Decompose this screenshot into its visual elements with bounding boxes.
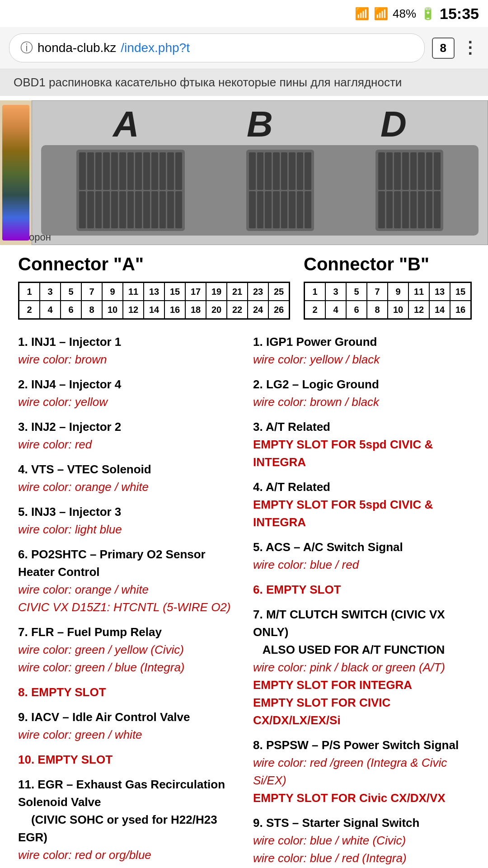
pin-b7: 7. M/T CLUTCH SWITCH (CIVIC VX ONLY) ALS… [253,606,470,729]
pin-b6: 6. EMPTY SLOT [253,581,470,599]
page-content: OBD1 распиновка касательно фтыка некотор… [0,69,488,868]
connector-letter-b: B [247,104,273,145]
tab-count[interactable]: 8 [432,38,455,59]
info-icon: ⓘ [20,39,33,57]
pin-group-a [76,150,185,231]
signal-icon: 📶 [374,7,388,21]
connector-letter-d: D [380,104,407,145]
connectors-row: Connector "A" 135791113151719212325 2468… [0,245,488,333]
pin-b1: 1. IGP1 Power Ground wire color: yellow … [253,333,470,368]
pin-a9: 9. IACV – Idle Air Control Valve wire co… [18,708,235,744]
pin-b9: 9. STS – Starter Signal Switch wire colo… [253,814,470,867]
pin-a8: 8. EMPTY SLOT [18,684,235,701]
pin-a6: 6. PO2SHTC – Primary O2 Sensor Heater Co… [18,546,235,616]
two-col-layout: 1. INJ1 – Injector 1 wire color: brown 2… [18,333,470,868]
connector-a-title: Connector "A" [18,254,290,274]
pin-b3: 3. A/T Related EMPTY SLOT FOR 5spd CIVIC… [253,418,470,471]
connector-photo: A B D [32,100,488,245]
status-icons: 📶 📶 48% 🔋 15:35 [355,5,479,23]
page-banner: OBD1 распиновка касательно фтыка некотор… [0,69,488,96]
side-label: орон [27,230,53,245]
connector-a-section: Connector "A" 135791113151719212325 2468… [18,254,290,329]
url-bar[interactable]: ⓘ honda-club.kz /index.php?t [9,33,425,62]
battery-icon: 🔋 [421,7,435,21]
pin-b2: 2. LG2 – Logic Ground wire color: brown … [253,376,470,411]
pin-a1: 1. INJ1 – Injector 1 wire color: brown [18,333,235,368]
pin-row-even: 2468101214161820222426 [19,301,289,319]
connector-letter-a: A [113,104,139,145]
connector-a-grid: 135791113151719212325 246810121416182022… [18,282,290,320]
wifi-icon: 📶 [355,7,369,21]
pin-a4: 4. VTS – VTEC Solenoid wire color: orang… [18,461,235,496]
url-domain: honda-club.kz [38,41,116,55]
pin-lists: 1. INJ1 – Injector 1 wire color: brown 2… [0,333,488,868]
banner-text: OBD1 распиновка касательно фтыка некотор… [14,75,402,89]
clock: 15:35 [440,5,479,23]
connector-b-title: Connector "B" [304,254,472,274]
pin-b-row-odd: 13579111315 [305,283,471,301]
pin-b8: 8. PSPSW – P/S Power Switch Signal wire … [253,736,470,807]
connector-b-section: Connector "B" 13579111315 246810121416 [304,254,472,329]
pin-a10: 10. EMPTY SLOT [18,751,235,769]
pin-b4: 4. A/T Related EMPTY SLOT FOR 5spd CIVIC… [253,478,470,531]
pin-a5: 5. INJ3 – Injector 3 wire color: light b… [18,503,235,538]
pin-a3: 3. INJ2 – Injector 2 wire color: red [18,418,235,453]
pin-a2: 2. INJ4 – Injector 4 wire color: yellow [18,376,235,411]
pin-a7: 7. FLR – Fuel Pump Relay wire color: gre… [18,623,235,676]
pin-a11: 11. EGR – Exhaust Gas Recirculation Sole… [18,776,235,864]
status-bar: 📶 📶 48% 🔋 15:35 [0,0,488,27]
menu-button[interactable]: ⋮ [462,38,479,57]
url-path: /index.php?t [121,41,190,55]
col-a: 1. INJ1 – Injector 1 wire color: brown 2… [18,333,235,868]
browser-bar: ⓘ honda-club.kz /index.php?t 8 ⋮ [0,27,488,69]
connector-b-grid: 13579111315 246810121416 [304,282,472,320]
pin-group-b [246,150,314,231]
side-thumbnail [0,100,32,245]
battery-percentage: 48% [393,7,416,21]
pin-group-d [375,150,443,231]
pin-b5: 5. ACS – A/C Switch Signal wire color: b… [253,538,470,574]
pin-b-row-even: 246810121416 [305,301,471,319]
pin-row-odd: 135791113151719212325 [19,283,289,301]
col-b: 1. IGP1 Power Ground wire color: yellow … [253,333,470,868]
